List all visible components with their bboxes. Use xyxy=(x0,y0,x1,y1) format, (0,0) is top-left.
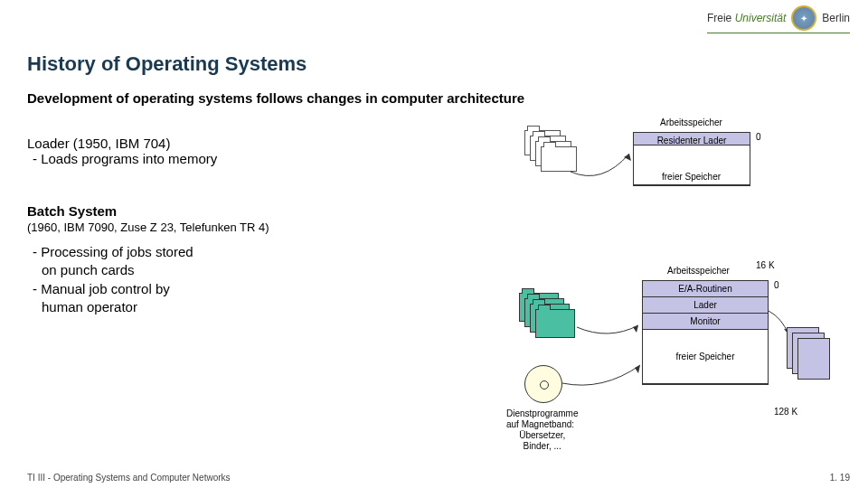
memory2-row-monitor: Monitor xyxy=(643,314,768,330)
memory2-title-label: Arbeitsspeicher xyxy=(667,266,730,276)
university-prefix: Freie xyxy=(707,12,735,24)
tape-label-line2: auf Magnetband: xyxy=(506,419,578,430)
batch-bullet-1b: on punch cards xyxy=(33,261,269,279)
batch-subheading: (1960, IBM 7090, Zuse Z 23, Telefunken T… xyxy=(27,221,269,234)
section-batch: Batch System (1960, IBM 7090, Zuse Z 23,… xyxy=(27,203,269,316)
memory-free-label: freier Speicher xyxy=(662,172,721,182)
batch-bullet-2a: - Manual job control by xyxy=(33,280,269,298)
batch-bullet-1a: - Processing of jobs stored xyxy=(33,243,269,261)
arrow-icon xyxy=(562,360,649,396)
diagram-batch: Dienstprogramme auf Magnetband: Übersetz… xyxy=(506,255,832,445)
loader-heading: Loader (1950, IBM 704) xyxy=(27,136,217,151)
tape-label-line3: Übersetzer, xyxy=(506,430,578,441)
memory2-row-ea: E/A-Routinen xyxy=(643,281,768,297)
page-subtitle: Development of operating systems follows… xyxy=(27,90,524,106)
svg-marker-2 xyxy=(635,365,640,373)
memory-row-loader: Residenter Lader xyxy=(634,133,750,145)
footer-right: 1. 19 xyxy=(830,473,850,483)
page-title: History of Operating Systems xyxy=(27,52,307,76)
university-suffix: Berlin xyxy=(822,12,850,24)
university-logo: Freie Universität ✦ Berlin xyxy=(707,5,850,33)
arrow-icon xyxy=(577,318,649,345)
batch-heading: Batch System xyxy=(27,203,269,219)
memory2-row-free: freier Speicher xyxy=(643,330,768,384)
svg-marker-1 xyxy=(633,325,638,333)
memory-title-label: Arbeitsspeicher xyxy=(660,117,722,127)
memory-mark-0: 0 xyxy=(756,132,761,142)
memory2-mark-0: 0 xyxy=(774,280,779,290)
batch-bullets: - Processing of jobs stored on punch car… xyxy=(33,243,269,316)
batch-bullet-2b: human operator xyxy=(33,298,269,316)
memory2-box: E/A-Routinen Lader Monitor freier Speich… xyxy=(642,280,769,385)
tape-label: Dienstprogramme auf Magnetband: Übersetz… xyxy=(506,408,578,452)
svg-marker-0 xyxy=(624,154,631,161)
university-name: Freie Universität xyxy=(707,12,786,24)
arrow-icon xyxy=(566,145,638,181)
tape-icon xyxy=(524,365,562,403)
section-loader: Loader (1950, IBM 704) - Loads programs … xyxy=(27,136,217,166)
memory2-row-lader: Lader xyxy=(643,297,768,314)
university-seal-icon: ✦ xyxy=(791,5,816,31)
diagram-loader: Arbeitsspeicher Residenter Lader 0 freie… xyxy=(524,125,796,215)
memory2-mark-128k: 128 K xyxy=(774,407,797,417)
tape-label-line1: Dienstprogramme xyxy=(506,408,578,419)
footer: TI III - Operating Systems and Computer … xyxy=(27,473,850,483)
university-accent: Universität xyxy=(735,12,787,24)
loader-bullet-1: - Loads programs into memory xyxy=(33,151,217,166)
footer-left: TI III - Operating Systems and Computer … xyxy=(27,473,231,483)
tape-label-line4: Binder, ... xyxy=(506,441,578,452)
